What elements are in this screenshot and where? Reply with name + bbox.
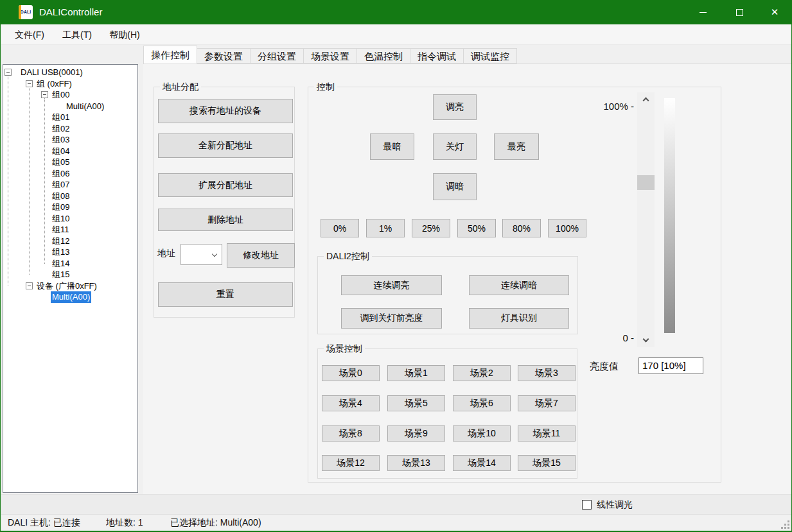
tree-item-label[interactable]: Multi(A00) bbox=[65, 101, 105, 112]
tab-0[interactable]: 操作控制 bbox=[143, 46, 197, 64]
dimmest-button[interactable]: 最暗 bbox=[370, 133, 414, 160]
brightness-scrollbar[interactable] bbox=[637, 92, 655, 347]
tree-item-label[interactable]: 组04 bbox=[51, 146, 71, 157]
brighten-button[interactable]: 调亮 bbox=[433, 94, 477, 120]
tree-item[interactable]: Multi(A00) bbox=[3, 101, 137, 112]
tab-1[interactable]: 参数设置 bbox=[197, 48, 251, 64]
scene-button-4[interactable]: 场景4 bbox=[322, 395, 380, 411]
maximize-button[interactable] bbox=[721, 0, 758, 24]
scene-button-7[interactable]: 场景7 bbox=[518, 395, 576, 411]
tree-item-label[interactable]: 组 (0xFF) bbox=[35, 78, 73, 90]
tree-item-label[interactable]: DALI USB(0001) bbox=[19, 67, 84, 78]
scene-button-11[interactable]: 场景11 bbox=[518, 425, 576, 442]
tree-item-label[interactable]: Multi(A00) bbox=[51, 291, 91, 303]
tree-item[interactable]: 组06 bbox=[3, 168, 137, 180]
tree-item[interactable]: 设备 (广播0xFF) bbox=[3, 280, 137, 292]
menu-file[interactable]: 文件(F) bbox=[11, 24, 48, 45]
tree-item[interactable]: 组15 bbox=[3, 269, 137, 280]
tree-item-label[interactable]: 组12 bbox=[51, 236, 71, 247]
scene-button-13[interactable]: 场景13 bbox=[387, 455, 445, 471]
percent-button-1[interactable]: 1% bbox=[366, 219, 405, 237]
recall-pre-off-level-button[interactable]: 调到关灯前亮度 bbox=[341, 308, 442, 329]
tree-item-label[interactable]: 组05 bbox=[51, 157, 71, 168]
collapse-icon[interactable] bbox=[26, 80, 33, 87]
tree-item[interactable]: 组13 bbox=[3, 246, 137, 258]
tree-item[interactable]: 组09 bbox=[3, 202, 137, 213]
tree-item[interactable]: 组07 bbox=[3, 179, 137, 191]
title-bar[interactable]: DALI DALIController ✕ bbox=[1, 0, 791, 24]
tree-item[interactable]: 组14 bbox=[3, 258, 137, 270]
tree-item-label[interactable]: 组14 bbox=[51, 258, 71, 270]
tree-item[interactable]: 组04 bbox=[3, 146, 137, 157]
tree-item[interactable]: 组10 bbox=[3, 213, 137, 225]
modify-address-button[interactable]: 修改地址 bbox=[227, 243, 295, 268]
tree-item-label[interactable]: 组01 bbox=[51, 112, 71, 123]
linear-dimming-checkbox[interactable] bbox=[582, 500, 592, 510]
tree-item[interactable]: 组05 bbox=[3, 157, 137, 168]
scene-button-8[interactable]: 场景8 bbox=[322, 425, 380, 442]
reset-button[interactable]: 重置 bbox=[158, 282, 293, 307]
collapse-icon[interactable] bbox=[4, 69, 12, 76]
scene-button-3[interactable]: 场景3 bbox=[518, 365, 576, 381]
tree-item-label[interactable]: 组03 bbox=[51, 134, 71, 146]
tree-item[interactable]: 组11 bbox=[3, 224, 137, 236]
scene-button-12[interactable]: 场景12 bbox=[322, 455, 380, 471]
scene-button-6[interactable]: 场景6 bbox=[453, 395, 511, 411]
tree-item[interactable]: 组12 bbox=[3, 236, 137, 247]
scrollbar-thumb[interactable] bbox=[637, 175, 655, 190]
luminaire-identify-button[interactable]: 灯具识别 bbox=[469, 308, 569, 329]
tree-item[interactable]: 组01 bbox=[3, 112, 137, 123]
search-addressed-devices-button[interactable]: 搜索有地址的设备 bbox=[158, 99, 293, 123]
tree-item-label[interactable]: 组13 bbox=[51, 246, 71, 258]
menu-tools[interactable]: 工具(T) bbox=[58, 24, 96, 45]
scene-button-9[interactable]: 场景9 bbox=[387, 425, 445, 442]
tree-item-label[interactable]: 组10 bbox=[51, 213, 71, 225]
tree-item[interactable]: 组03 bbox=[3, 134, 137, 146]
tree-item[interactable]: 组00 bbox=[3, 89, 137, 101]
tree-item[interactable]: DALI USB(0001) bbox=[3, 67, 137, 78]
tree-item-label[interactable]: 组15 bbox=[51, 269, 71, 280]
collapse-icon[interactable] bbox=[26, 282, 33, 289]
tree-item[interactable]: 组 (0xFF) bbox=[3, 78, 137, 90]
tab-4[interactable]: 色温控制 bbox=[356, 48, 410, 64]
tree-item-label[interactable]: 设备 (广播0xFF) bbox=[35, 280, 98, 292]
tab-3[interactable]: 场景设置 bbox=[303, 48, 357, 64]
tree-item-label[interactable]: 组06 bbox=[51, 168, 71, 180]
tree-item-label[interactable]: 组02 bbox=[51, 123, 71, 135]
collapse-icon[interactable] bbox=[41, 91, 48, 98]
assign-new-addresses-button[interactable]: 全新分配地址 bbox=[158, 133, 293, 158]
delete-address-button[interactable]: 删除地址 bbox=[158, 209, 293, 231]
tree-item-label[interactable]: 组07 bbox=[51, 179, 71, 191]
scene-button-0[interactable]: 场景0 bbox=[322, 365, 380, 381]
percent-button-0[interactable]: 0% bbox=[321, 219, 359, 237]
tree-item-label[interactable]: 组09 bbox=[51, 202, 71, 213]
scene-button-10[interactable]: 场景10 bbox=[453, 425, 511, 442]
resize-grip[interactable] bbox=[781, 520, 783, 522]
tree-item-label[interactable]: 组00 bbox=[51, 89, 71, 101]
address-combobox[interactable] bbox=[180, 244, 222, 265]
light-off-button[interactable]: 关灯 bbox=[433, 133, 477, 160]
tab-2[interactable]: 分组设置 bbox=[250, 48, 304, 64]
tab-5[interactable]: 指令调试 bbox=[410, 48, 464, 64]
tree-item[interactable]: Multi(A00) bbox=[3, 291, 137, 303]
tab-6[interactable]: 调试监控 bbox=[463, 48, 517, 64]
percent-button-25[interactable]: 25% bbox=[412, 219, 450, 237]
brightest-button[interactable]: 最亮 bbox=[494, 133, 539, 160]
minimize-button[interactable] bbox=[685, 0, 721, 24]
percent-button-80[interactable]: 80% bbox=[502, 219, 541, 237]
scene-button-15[interactable]: 场景15 bbox=[518, 455, 576, 471]
brightness-value-field[interactable]: 170 [10%] bbox=[638, 357, 703, 374]
percent-button-50[interactable]: 50% bbox=[457, 219, 496, 237]
scene-button-1[interactable]: 场景1 bbox=[387, 365, 445, 381]
tree-item-label[interactable]: 组11 bbox=[51, 224, 71, 236]
tree-item[interactable]: 组08 bbox=[3, 191, 137, 202]
tree-item-label[interactable]: 组08 bbox=[51, 191, 71, 202]
tree-item[interactable]: 组02 bbox=[3, 123, 137, 135]
scene-button-2[interactable]: 场景2 bbox=[453, 365, 511, 381]
scroll-up-icon[interactable] bbox=[643, 98, 649, 104]
menu-help[interactable]: 帮助(H) bbox=[106, 24, 143, 45]
continuous-dim-button[interactable]: 连续调暗 bbox=[469, 275, 569, 295]
device-tree[interactable]: DALI USB(0001)组 (0xFF)组00Multi(A00)组01组0… bbox=[3, 64, 138, 493]
scene-button-5[interactable]: 场景5 bbox=[387, 395, 445, 411]
dim-button[interactable]: 调暗 bbox=[433, 173, 477, 200]
